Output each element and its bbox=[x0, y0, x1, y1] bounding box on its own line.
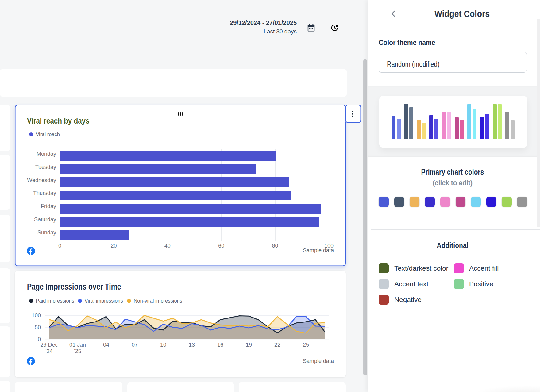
svg-text:0: 0 bbox=[38, 336, 41, 342]
svg-text:19: 19 bbox=[246, 342, 252, 348]
svg-text:01 Jan: 01 Jan bbox=[69, 342, 86, 348]
svg-text:22: 22 bbox=[274, 342, 280, 348]
svg-text:'25: '25 bbox=[74, 348, 81, 354]
svg-text:07: 07 bbox=[132, 342, 138, 348]
svg-text:29 Dec: 29 Dec bbox=[40, 342, 58, 348]
svg-text:'24: '24 bbox=[45, 348, 52, 354]
svg-text:10: 10 bbox=[160, 342, 166, 348]
svg-text:04: 04 bbox=[103, 342, 109, 348]
svg-text:100: 100 bbox=[32, 312, 41, 318]
svg-text:50: 50 bbox=[35, 324, 41, 330]
svg-text:13: 13 bbox=[189, 342, 195, 348]
svg-text:25: 25 bbox=[303, 342, 309, 348]
svg-text:16: 16 bbox=[217, 342, 223, 348]
